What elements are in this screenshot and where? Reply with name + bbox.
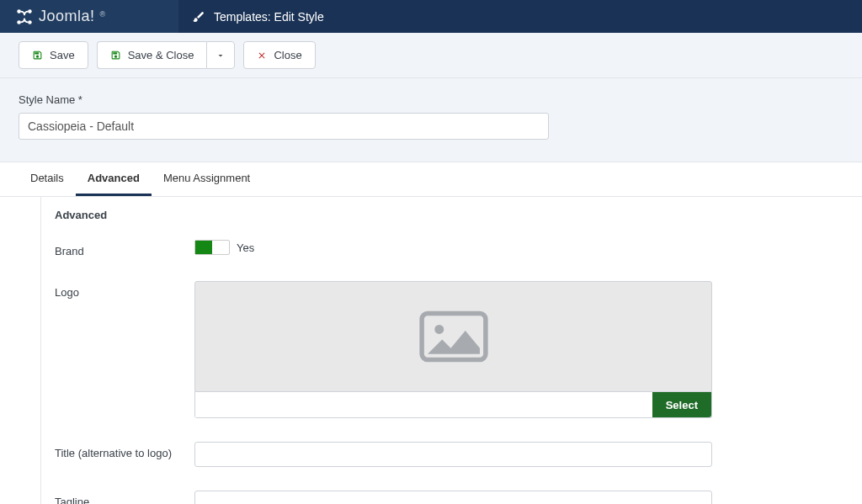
tab-menu-assignment[interactable]: Menu Assignment [152,162,262,196]
svg-point-3 [28,20,32,24]
svg-point-1 [28,9,32,13]
joomla-logo-icon [15,8,34,26]
brand-area: Joomla! ® [0,0,178,33]
brush-icon [192,10,205,24]
image-placeholder-icon [418,310,489,363]
tab-advanced[interactable]: Advanced [76,162,152,196]
style-name-label: Style Name * [19,93,843,106]
brand-label: Brand [55,240,194,257]
row-title: Title (alternative to logo) [41,442,843,491]
close-button[interactable]: Close [243,41,315,69]
tabs: Details Advanced Menu Assignment [0,162,862,197]
toolbar: Save Save & Close Close [0,33,862,78]
brand-toggle[interactable] [194,240,230,255]
logo-select-button[interactable]: Select [652,392,711,417]
close-label: Close [274,49,301,61]
fieldset-advanced: Advanced Brand Yes Logo [40,197,843,504]
save-button[interactable]: Save [19,41,88,69]
title-alt-label: Title (alternative to logo) [55,442,194,459]
title-area: Templates: Edit Style [178,0,862,33]
save-close-group: Save & Close [97,41,236,69]
form-header: Style Name * [0,78,862,162]
brand-toggle-label: Yes [237,241,254,254]
row-brand: Brand Yes [41,240,843,281]
brand-toggle-wrap: Yes [194,240,712,255]
close-icon [257,50,267,61]
svg-point-0 [17,9,21,13]
logo-path-input[interactable] [195,392,652,417]
fieldset-legend: Advanced [41,197,843,240]
logo-select-row: Select [194,392,712,418]
save-icon [110,50,121,61]
title-alt-input[interactable] [194,442,712,467]
save-icon [32,50,43,61]
style-name-input[interactable] [19,113,549,140]
tagline-label: Tagline [55,491,194,504]
tab-details[interactable]: Details [19,162,76,196]
svg-point-2 [17,20,21,24]
page-title: Templates: Edit Style [214,10,324,24]
brand-registered-icon: ® [100,10,106,19]
chevron-down-icon [216,50,226,61]
row-logo: Logo Select [41,281,843,442]
content: Advanced Brand Yes Logo [0,197,862,504]
svg-point-5 [434,325,444,334]
tagline-input[interactable] [194,491,712,504]
brand-text: Joomla! [39,8,95,25]
save-label: Save [50,49,75,61]
admin-header: Joomla! ® Templates: Edit Style [0,0,862,33]
logo-preview [194,281,712,392]
save-close-button[interactable]: Save & Close [97,41,207,69]
logo-label: Logo [55,281,194,299]
save-dropdown-button[interactable] [206,41,235,69]
row-tagline: Tagline [41,491,843,504]
save-close-label: Save & Close [128,49,194,61]
